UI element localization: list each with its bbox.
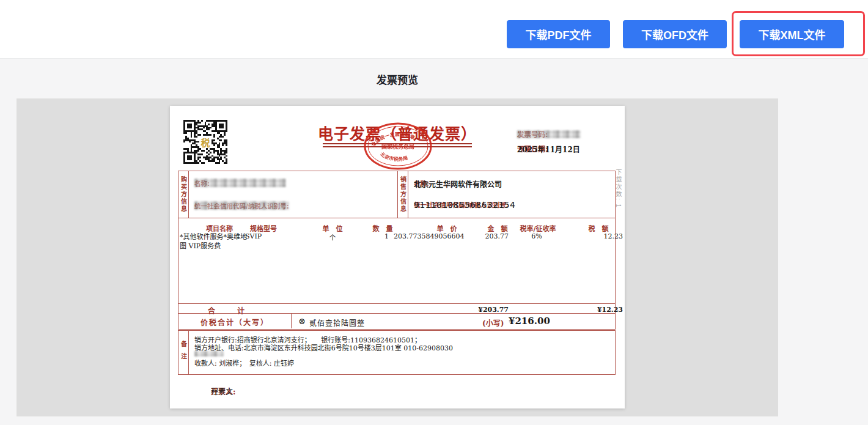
qr-tax-glyph: 税 <box>199 136 211 148</box>
remarks-line-payee: 收款人: 刘淑桦； 复核人: 庄钰婷 <box>194 358 294 368</box>
col-header-spec: 规格型号 <box>239 223 288 233</box>
col-header-taxrate: 税率/征收率 <box>510 223 565 233</box>
total-tax: ¥12.23 <box>562 306 623 314</box>
issuer-value: 程素文 <box>211 386 233 396</box>
tax-bureau-stamp: 全国统一发票监制章 国家税务总局 北京市税务局 <box>362 120 433 172</box>
item-amount: 203.77 <box>466 232 509 240</box>
item-spec: SVIP <box>245 232 262 240</box>
buyer-taxid-field: 统一社会信用代码/纳税人识别号: <box>194 201 289 210</box>
item-tax-rate: 6% <box>518 232 555 240</box>
seller-panel: 销售方信息 <box>398 171 408 218</box>
invoice-number-redacted <box>517 130 581 138</box>
total-amount: ¥203.77 <box>446 306 509 314</box>
item-qty: 1 <box>364 232 389 240</box>
invoice-date-value: 2025年11月12日 <box>517 144 580 154</box>
download-count-note: 下载次数: 1 <box>614 169 623 254</box>
col-header-unit: 单 位 <box>308 223 357 233</box>
col-header-qty: 数 量 <box>358 223 407 233</box>
remarks-panel: 备注 <box>178 331 189 374</box>
circled-cross-icon: ⊗ <box>298 316 306 326</box>
buyer-name-redacted <box>194 179 286 187</box>
toolbar: 下载PDF文件 下载OFD文件 下载XML文件 <box>0 0 868 59</box>
items-table: 项目名称 规格型号 单 位 数 量 单 价 金 额 税率/征收率 税 额 *其他… <box>178 218 616 314</box>
buyer-seller-box: 购买方信息 名称: 统一社会信用代码/纳税人识别号: 销售方信息 名称:北京元生… <box>178 171 616 218</box>
remarks-box: 备注 销方开户银行:招商银行北京清河支行； 银行账号:1109368246105… <box>178 330 616 375</box>
item-unit: 个 <box>308 232 357 242</box>
grand-total-words: 贰佰壹拾陆圆整 <box>309 317 365 328</box>
download-ofd-button[interactable]: 下载OFD文件 <box>623 20 727 48</box>
invoice-document: 税 电子发票（普通发票） 全国统一发票监制章 国家税务总局 北京市税务局 发票号… <box>170 106 625 408</box>
seller-taxid-value: 911101085568632154 <box>414 200 515 210</box>
col-header-price: 单 价 <box>422 223 471 233</box>
page-title: 发票预览 <box>0 72 795 87</box>
stamp-bottom-text: 北京市税务局 <box>379 151 408 163</box>
download-xml-button[interactable]: 下载XML文件 <box>740 20 844 48</box>
buyer-taxid-redacted <box>194 201 289 210</box>
seller-name-value: 北京元生华网软件有限公司 <box>414 179 502 189</box>
remarks-line-address: 销方地址、电话:北京市海淀区东升科技园北街6号院10号楼3层101室 010-6… <box>194 342 453 352</box>
stamp-middle-text: 国家税务总局 <box>381 143 414 150</box>
grand-total-numeric-label: (小写) <box>482 317 504 328</box>
buyer-name-field: 名称: <box>194 179 286 187</box>
remarks-panel-label: 备注 <box>179 341 188 365</box>
grand-total-row: 价税合计（大写） ⊗ 贰佰壹拾陆圆整 (小写) ¥216.00 <box>178 314 616 330</box>
remarks-redacted <box>194 351 224 357</box>
grand-total-divider <box>291 314 292 328</box>
buyer-panel-label: 购买方信息 <box>179 172 188 216</box>
grand-total-numeric-value: ¥216.00 <box>509 316 550 327</box>
download-pdf-button[interactable]: 下载PDF文件 <box>507 20 610 48</box>
item-name: *其他软件服务*奥维地图 VIP服务费 <box>180 232 253 251</box>
invoice-number-row: 发票号码: <box>517 129 581 138</box>
item-unit-price: 203.7735849056604 <box>394 232 461 240</box>
seller-panel-label: 销售方信息 <box>399 172 408 216</box>
buyer-panel: 购买方信息 <box>178 171 189 218</box>
grand-total-label: 价税合计（大写） <box>178 317 291 327</box>
total-separator <box>178 303 615 304</box>
svg-text:北京市税务局: 北京市税务局 <box>379 151 408 163</box>
qr-code: 税 <box>183 120 227 164</box>
